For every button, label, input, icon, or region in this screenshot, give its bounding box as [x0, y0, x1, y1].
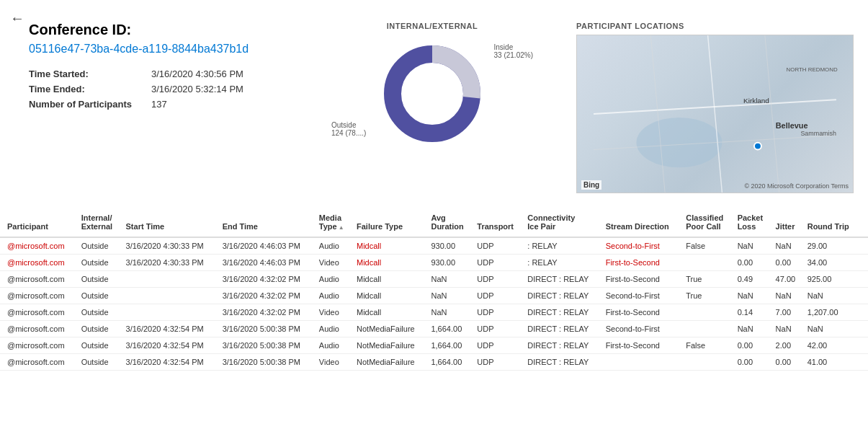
cell-classified-poor: False	[681, 337, 733, 354]
table-row: @microsoft.comOutside3/16/2020 4:32:54 P…	[0, 337, 868, 354]
cell-participant: @microsoft.com	[0, 237, 77, 255]
col-stream-direction: Stream Direction	[601, 208, 682, 237]
cell-jitter: NaN	[771, 288, 803, 304]
svg-text:Bellevue: Bellevue	[776, 121, 808, 130]
cell-round-trip: 34.00	[803, 255, 859, 271]
cell-connectivity: : RELAY	[523, 255, 601, 271]
cell-packet-loss: 0.00	[733, 255, 771, 271]
cell-start-time	[122, 288, 218, 304]
cell-avg-duration: 930.00	[426, 237, 473, 255]
svg-text:Sammamish: Sammamish	[800, 130, 836, 137]
cell-media-type: Audio	[315, 271, 352, 288]
cell-stream-direction: First-to-Second	[601, 337, 682, 354]
cell-internal-external: Outside	[77, 354, 122, 371]
cell-internal-external: Outside	[77, 337, 122, 354]
map-placeholder: Kirkland Bellevue Sammamish NORTH REDMON…	[576, 35, 854, 193]
cell-internal-external: Outside	[77, 271, 122, 288]
cell-jitter: NaN	[771, 321, 803, 337]
donut-svg	[375, 36, 490, 151]
cell-avg-duration: NaN	[426, 304, 473, 321]
cell-start-time: 3/16/2020 4:32:54 PM	[122, 321, 218, 337]
donut-chart: Inside 33 (21.02%) Outside 124 (78....)	[375, 36, 490, 151]
cell-avg-duration: 1,664.00	[426, 354, 473, 371]
svg-text:Kirkland: Kirkland	[743, 97, 769, 105]
cell-participant: @microsoft.com	[0, 288, 77, 304]
cell-end-time: 3/16/2020 4:32:02 PM	[218, 288, 315, 304]
cell-avg-duration: 1,664.00	[426, 321, 473, 337]
cell-start-time: 3/16/2020 4:30:33 PM	[122, 255, 218, 271]
inside-label: Inside	[494, 43, 533, 51]
cell-stream-direction	[601, 354, 682, 371]
cell-end-time: 3/16/2020 5:00:38 PM	[218, 321, 315, 337]
cell-avg-duration: 1,664.00	[426, 337, 473, 354]
table-row: @microsoft.comOutside3/16/2020 4:32:02 P…	[0, 288, 868, 304]
conference-id-label: Conference ID:	[29, 22, 317, 38]
col-failure-type: Failure Type	[352, 208, 426, 237]
cell-round-trip: NaN	[803, 288, 859, 304]
cell-stream-direction: First-to-Second	[601, 271, 682, 288]
cell-packet-loss: 0.00	[733, 337, 771, 354]
cell-classified-poor	[681, 255, 733, 271]
cell-start-time: 3/16/2020 4:30:33 PM	[122, 237, 218, 255]
cell-classified-poor	[681, 304, 733, 321]
bing-label: Bing	[581, 180, 601, 190]
table-row: @microsoft.comOutside3/16/2020 4:30:33 P…	[0, 237, 868, 255]
cell-round-trip: 925.00	[803, 271, 859, 288]
participants-value: 137	[151, 99, 317, 110]
cell-jitter: 47.00	[771, 271, 803, 288]
outside-label: Outside	[331, 121, 366, 129]
cell-media-type: Audio	[315, 321, 352, 337]
cell-internal-external: Outside	[77, 321, 122, 337]
cell-stream-direction: Second-to-First	[601, 237, 682, 255]
conference-id-value[interactable]: 05116e47-73ba-4cde-a119-8844ba437b1d	[29, 43, 317, 56]
cell-packet-loss: 0.00	[733, 354, 771, 371]
cell-stream-direction: Second-to-First	[601, 288, 682, 304]
cell-avg-duration: 930.00	[426, 255, 473, 271]
cell-end-time: 3/16/2020 4:32:02 PM	[218, 271, 315, 288]
cell-stream-direction: First-to-Second	[601, 304, 682, 321]
cell-media-type: Video	[315, 354, 352, 371]
data-table: Participant Internal/External Start Time…	[0, 208, 868, 371]
cell-jitter: 2.00	[771, 337, 803, 354]
time-started-label: Time Started:	[29, 69, 144, 79]
svg-point-12	[754, 143, 761, 150]
back-button[interactable]: ←	[10, 10, 24, 27]
cell-round-trip: 42.00	[803, 337, 859, 354]
time-started-value: 3/16/2020 4:30:56 PM	[151, 69, 317, 79]
cell-classified-poor	[681, 354, 733, 371]
cell-transport: UDP	[473, 255, 523, 271]
cell-classified-poor	[681, 321, 733, 337]
svg-line-6	[650, 35, 665, 193]
cell-jitter: 7.00	[771, 304, 803, 321]
cell-connectivity: DIRECT : RELAY	[523, 354, 601, 371]
time-ended-value: 3/16/2020 5:32:14 PM	[151, 84, 317, 94]
col-connectivity: ConnectivityIce Pair	[523, 208, 601, 237]
cell-connectivity: : RELAY	[523, 237, 601, 255]
cell-packet-loss: NaN	[733, 321, 771, 337]
participants-label: Number of Participants	[29, 99, 144, 110]
cell-end-time: 3/16/2020 4:46:03 PM	[218, 255, 315, 271]
cell-transport: UDP	[473, 271, 523, 288]
cell-stream-direction: First-to-Second	[601, 255, 682, 271]
table-section: Participant Internal/External Start Time…	[0, 208, 868, 371]
cell-avg-duration: NaN	[426, 271, 473, 288]
table-row: @microsoft.comOutside3/16/2020 4:32:02 P…	[0, 304, 868, 321]
map-title: PARTICIPANT LOCATIONS	[576, 22, 854, 30]
table-row: @microsoft.comOutside3/16/2020 4:30:33 P…	[0, 255, 868, 271]
outside-value: 124 (78....)	[331, 129, 366, 137]
cell-end-time: 3/16/2020 4:32:02 PM	[218, 304, 315, 321]
cell-connectivity: DIRECT : RELAY	[523, 321, 601, 337]
cell-connectivity: DIRECT : RELAY	[523, 304, 601, 321]
cell-failure-type: Midcall	[352, 237, 426, 255]
cell-media-type: Video	[315, 304, 352, 321]
cell-round-trip: 1,207.00	[803, 304, 859, 321]
cell-media-type: Audio	[315, 337, 352, 354]
cell-start-time: 3/16/2020 4:32:54 PM	[122, 337, 218, 354]
cell-participant: @microsoft.com	[0, 354, 77, 371]
cell-round-trip: 41.00	[803, 354, 859, 371]
cell-packet-loss: 0.49	[733, 271, 771, 288]
cell-connectivity: DIRECT : RELAY	[523, 337, 601, 354]
cell-stream-direction: Second-to-First	[601, 321, 682, 337]
cell-packet-loss: NaN	[733, 237, 771, 255]
svg-line-4	[708, 35, 722, 193]
